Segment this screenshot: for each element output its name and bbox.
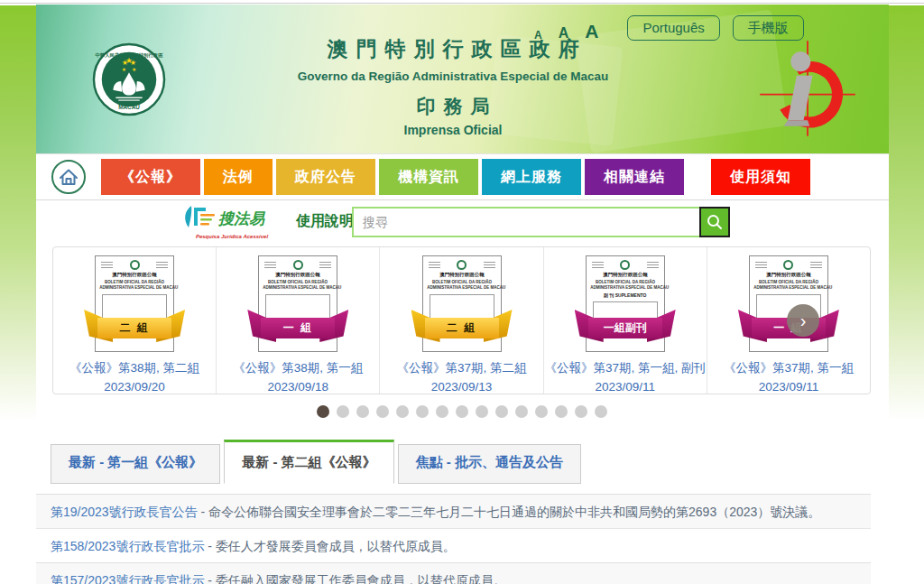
nav-button[interactable]: 機構資訊 [379,159,478,195]
usage-instructions-link[interactable]: 使用說明 [296,212,354,231]
pagination-dot[interactable] [376,405,389,418]
home-icon [51,159,87,195]
language-portugues-button[interactable]: Português [627,15,719,41]
soufayi-logo[interactable]: 搜法易 Pesquisa Jurídica Acessível [179,204,285,239]
news-row[interactable]: 第19/2023號行政長官公告 - 命令公佈聯合國安全理事會於二零二三年七月二十… [36,494,871,528]
pagination-dot[interactable] [456,405,468,418]
cover-emblem-icon [783,260,793,270]
nav-button[interactable]: 相關連結 [585,159,684,195]
mobile-version-button[interactable]: 手機版 [733,15,804,41]
pagination-dot[interactable] [476,405,488,418]
cover-title-pt2: ADMINISTRATIVA ESPECIAL DE MACAU [590,284,660,290]
gazette-title-link[interactable]: 《公報》第37期, 第二組 [396,360,526,376]
news-list: 第19/2023號行政長官公告 - 命令公佈聯合國安全理事會於二零二三年七月二十… [36,494,871,584]
right-gradient-strip [889,5,924,584]
main-navigation: 《公報》 法例 政府公告 機構資訊 網上服務 相關連結 使用須知 [36,153,889,200]
cover-title-pt2: ADMINISTRATIVA ESPECIAL DE MACAU [99,284,169,290]
macau-emblem-logo[interactable]: 中華人民共和國澳門特別行政區 ★ ★ ★ ★ ★ MACAU [92,42,166,116]
home-button[interactable] [51,159,87,195]
series-ribbon: 二 組 [411,318,513,339]
pagination-dot[interactable] [555,405,568,418]
news-row-text: - 命令公佈聯合國安全理事會於二零二三年七月二十七日通過的關於中非共和國局勢的第… [198,505,821,519]
cover-title-pt1: BOLETIM OFICIAL DA REGIÃO [427,279,496,284]
cover-micro-text [592,260,604,270]
pagination-dot[interactable] [356,405,369,418]
cover-title-pt2: ADMINISTRATIVA ESPECIAL DE MACAU [427,284,496,290]
pagination-dot[interactable] [436,405,448,418]
cover-emblem-icon [130,260,140,270]
gazette-carousel: 澳門特別行政區公報 BOLETIM OFICIAL DA REGIÃO ADMI… [52,246,871,394]
font-size-small-button[interactable]: A [534,30,542,41]
gazette-cover[interactable]: 澳門特別行政區公報 BOLETIM OFICIAL DA REGIÃO ADMI… [586,255,665,352]
news-row[interactable]: 第158/2023號行政長官批示 - 委任人才發展委員會成員，以替代原成員。 [36,528,871,562]
site-title-pt: Governo da Região Administrativa Especia… [273,70,633,83]
news-row-link[interactable]: 第158/2023號行政長官批示 [51,539,204,553]
news-tab[interactable]: 最新 - 第一組《公報》 [51,444,220,484]
news-tab[interactable]: 最新 - 第二組《公報》 [224,440,393,484]
soufayi-logo-subtitle: Pesquisa Jurídica Acessível [179,234,285,239]
search-group [352,207,730,237]
gazette-title-link[interactable]: 《公報》第38期, 第一組 [233,360,363,376]
news-row-link[interactable]: 第157/2023號行政長官批示 [51,573,204,584]
cover-micro-text [319,260,331,270]
gazette-date: 2023/09/18 [268,380,329,394]
gazette-title-link[interactable]: 《公報》第37期, 第一組, 副刊 [544,360,706,376]
nav-button[interactable]: 法例 [204,159,273,195]
cover-title-pt1: BOLETIM OFICIAL DA REGIÃO [590,279,660,284]
pagination-dot[interactable] [396,405,409,418]
gazette-cover[interactable]: 澳門特別行政區公報 BOLETIM OFICIAL DA REGIÃO ADMI… [95,255,174,352]
cover-supplement-label: 副 刊 SUPLEMENTO [587,292,664,299]
cover-title-zh: 澳門特別行政區公報 [99,272,171,278]
ribbon-label: 一組副刊 [588,318,662,338]
font-size-medium-button[interactable]: A [559,26,569,41]
soufayi-logo-icon: 搜法易 [179,204,285,231]
nav-button[interactable]: 網上服務 [482,159,581,195]
pagination-dot[interactable] [575,405,587,418]
carousel-item: 澳門特別行政區公報 BOLETIM OFICIAL DA REGIÃO ADMI… [53,247,217,394]
header-banner: 中華人民共和國澳門特別行政區 ★ ★ ★ ★ ★ MACAU 澳門特別行政區政府… [36,5,889,153]
gazette-date: 2023/09/11 [759,380,819,394]
cover-micro-text [484,260,495,270]
carousel-item: 澳門特別行政區公報 BOLETIM OFICIAL DA REGIÃO ADMI… [217,247,380,394]
news-row-text: - 委任人才發展委員會成員，以替代原成員。 [204,539,455,553]
cover-title-zh: 澳門特別行政區公報 [589,272,661,278]
cover-header [750,256,827,271]
news-row[interactable]: 第157/2023號行政長官批示 - 委任融入國家發展工作委員會成員，以替代原成… [36,562,871,584]
pagination-dot-active[interactable] [317,405,329,418]
cover-header [259,256,337,271]
carousel-item: 澳門特別行政區公報 BOLETIM OFICIAL DA REGIÃO ADMI… [544,247,707,394]
cover-title-pt1: BOLETIM OFICIAL DA REGIÃO [753,279,823,284]
pagination-dot[interactable] [515,405,528,418]
cover-title-pt2: ADMINISTRATIVA ESPECIAL DE MACAU [263,284,333,290]
pagination-dot[interactable] [595,405,607,418]
font-size-large-button[interactable]: A [585,22,598,41]
pagination-dot[interactable] [416,405,429,418]
pagination-dot[interactable] [535,405,548,418]
site-titles: 澳門特別行政區政府 Governo da Região Administrati… [273,35,633,137]
news-tab[interactable]: 焦點 - 批示、通告及公告 [398,444,581,484]
gazette-title-link[interactable]: 《公報》第38期, 第二組 [69,360,199,376]
carousel-next-button[interactable]: › [787,304,819,337]
nav-button[interactable]: 《公報》 [101,159,200,195]
nav-button[interactable]: 使用須知 [711,159,810,195]
svg-text:★ ★: ★ ★ [122,67,136,72]
nav-button[interactable]: 政府公告 [276,159,375,195]
pagination-dot[interactable] [495,405,508,418]
search-input[interactable] [352,207,699,237]
cover-title-pt1: BOLETIM OFICIAL DA REGIÃO [263,279,333,284]
cover-micro-text [101,260,113,270]
ribbon-label: 一 組 [261,318,335,338]
gazette-date: 2023/09/13 [431,380,493,394]
gazette-cover[interactable]: 澳門特別行政區公報 BOLETIM OFICIAL DA REGIÃO ADMI… [258,255,337,352]
chevron-right-icon: › [800,311,807,329]
gazette-cover[interactable]: 澳門特別行政區公報 BOLETIM OFICIAL DA REGIÃO ADMI… [422,255,502,352]
search-button[interactable] [699,207,730,237]
gazette-cover[interactable]: 澳門特別行政區公報 BOLETIM OFICIAL DA REGIÃO ADMI… [749,255,828,352]
cover-title-zh: 澳門特別行政區公報 [753,272,824,278]
gazette-title-link[interactable]: 《公報》第37期, 第一組 [724,360,854,376]
cover-emblem-icon [457,260,467,270]
cover-title-zh: 澳門特別行政區公報 [426,272,497,278]
news-row-link[interactable]: 第19/2023號行政長官公告 [51,505,198,519]
pagination-dot[interactable] [337,405,349,418]
svg-text:★: ★ [125,56,133,65]
